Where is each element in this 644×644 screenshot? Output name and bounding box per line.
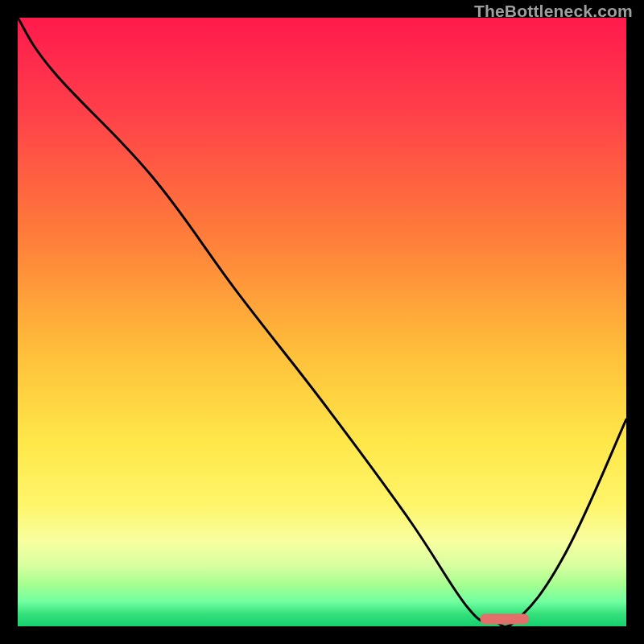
plot-area	[18, 18, 626, 626]
watermark-text: TheBottleneck.com	[474, 2, 633, 21]
chart-frame: TheBottleneck.com	[0, 0, 644, 644]
